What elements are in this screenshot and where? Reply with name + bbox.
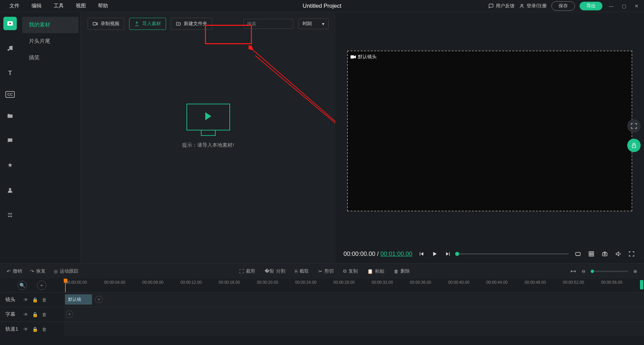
- sidebar-effects-icon[interactable]: [3, 159, 17, 172]
- new-folder-button[interactable]: 新建文件夹: [171, 18, 212, 30]
- copy-button[interactable]: ⧉复制: [343, 268, 358, 274]
- timeline: 🔍 ＋ 00:00:00.0000:00:04.0000:00:08.0000:…: [0, 279, 644, 336]
- svg-rect-6: [93, 22, 96, 25]
- sidebar-music-icon[interactable]: [3, 42, 17, 55]
- cut-button[interactable]: ✂剪切: [318, 268, 334, 274]
- svg-rect-10: [351, 55, 354, 58]
- next-frame-button[interactable]: [444, 250, 452, 258]
- minimize-icon[interactable]: —: [607, 3, 615, 9]
- duration-link[interactable]: 00:01:00.00: [380, 251, 412, 257]
- sidebar-transform-icon[interactable]: [3, 208, 17, 222]
- volume-button[interactable]: [614, 250, 623, 258]
- category-funny[interactable]: 搞笑: [20, 50, 80, 66]
- fullscreen-button[interactable]: [627, 250, 636, 258]
- lock-toggle[interactable]: 🔒: [32, 327, 38, 332]
- svg-rect-11: [632, 145, 636, 148]
- sidebar-text-icon[interactable]: T: [3, 66, 17, 80]
- login-button[interactable]: 登录/注册: [519, 3, 547, 9]
- visibility-toggle[interactable]: 👁: [23, 327, 28, 332]
- category-my-media[interactable]: 我的素材: [22, 17, 78, 33]
- zoom-in-button[interactable]: ⊕: [633, 269, 637, 274]
- empty-media-state: 提示：请导入本地素材!: [182, 104, 234, 148]
- close-icon[interactable]: ✕: [633, 3, 641, 9]
- ruler-tick: 00:00:36.00: [410, 280, 431, 285]
- maximize-icon[interactable]: ▢: [620, 3, 628, 9]
- add-subtitle-button[interactable]: ＋: [66, 310, 73, 318]
- redo-button[interactable]: ↷恢复: [30, 268, 46, 274]
- menu-tools[interactable]: 工具: [48, 1, 70, 11]
- media-panel: 录制视频 导入素材 新建文件夹 时间: [80, 12, 335, 263]
- playback-progress[interactable]: [457, 253, 569, 255]
- import-media-button[interactable]: 导入素材: [129, 18, 166, 30]
- svg-point-4: [11, 49, 13, 50]
- feedback-label: 用户反馈: [496, 3, 515, 9]
- search-input-wrapper[interactable]: [243, 19, 293, 29]
- crop-button[interactable]: ⛶裁剪: [239, 268, 255, 274]
- preview-canvas[interactable]: 默认镜头: [347, 51, 632, 211]
- lock-toggle[interactable]: 🔒: [32, 297, 38, 302]
- end-marker[interactable]: [640, 280, 643, 289]
- save-button[interactable]: 保存: [551, 1, 575, 11]
- redo-icon: ↷: [30, 269, 34, 274]
- svg-point-3: [8, 49, 9, 51]
- record-video-button[interactable]: 录制视频: [88, 18, 124, 30]
- undo-button[interactable]: ↶撤销: [7, 268, 22, 274]
- track-1-lane[interactable]: [64, 322, 644, 336]
- lock-toggle[interactable]: 🔒: [32, 312, 38, 317]
- extract-button[interactable]: ⎘截取: [295, 268, 309, 274]
- svg-point-0: [521, 4, 523, 6]
- grid-button[interactable]: [587, 250, 596, 258]
- track-delete[interactable]: 🗑: [42, 327, 47, 332]
- play-button[interactable]: [430, 250, 439, 258]
- track-delete[interactable]: 🗑: [42, 312, 47, 317]
- zoom-out-button[interactable]: ⊖: [582, 269, 586, 274]
- zoom-slider[interactable]: [591, 271, 628, 272]
- track-subtitle-label: 字幕: [0, 311, 23, 318]
- snapshot-button[interactable]: [600, 250, 609, 258]
- sidebar-comment-icon[interactable]: [3, 134, 17, 147]
- add-clip-button[interactable]: ＋: [95, 296, 103, 303]
- sidebar-media-icon[interactable]: [3, 17, 17, 30]
- ruler-tick: 00:00:16.00: [219, 280, 240, 285]
- timeline-search-button[interactable]: 🔍: [17, 281, 27, 290]
- ruler-tick: 00:00:04.00: [104, 280, 125, 285]
- delete-button[interactable]: 🗑删除: [394, 268, 410, 274]
- sort-label: 时间: [303, 21, 312, 27]
- sidebar-person-icon[interactable]: [3, 184, 17, 197]
- track-camera-lane[interactable]: 默认镜 ＋: [64, 292, 644, 307]
- copy-icon: ⧉: [343, 268, 346, 274]
- prev-frame-button[interactable]: [417, 250, 426, 258]
- crop-icon: ⛶: [239, 269, 244, 274]
- track-delete[interactable]: 🗑: [42, 297, 47, 302]
- ruler-tick: 00:00:12.00: [180, 280, 202, 285]
- motion-track-button[interactable]: ◎运动跟踪: [54, 268, 78, 274]
- search-input[interactable]: [247, 21, 306, 26]
- sidebar-folder-icon[interactable]: [3, 109, 17, 123]
- lock-button[interactable]: [627, 139, 641, 152]
- visibility-toggle[interactable]: 👁: [23, 312, 28, 317]
- fit-timeline-button[interactable]: [570, 269, 576, 274]
- menu-file[interactable]: 文件: [3, 1, 25, 11]
- feedback-button[interactable]: 用户反馈: [488, 3, 515, 9]
- track-subtitle-lane[interactable]: ＋: [64, 307, 644, 322]
- preview-camera-label: 默认镜头: [351, 54, 377, 60]
- sidebar-caption-icon[interactable]: CC: [5, 91, 15, 98]
- time-ruler[interactable]: 00:00:00.0000:00:04.0000:00:08.0000:00:1…: [64, 279, 644, 292]
- menu-edit[interactable]: 编辑: [25, 1, 48, 11]
- category-intro-outro[interactable]: 片头片尾: [20, 33, 80, 50]
- menu-help[interactable]: 帮助: [92, 1, 114, 11]
- track-1: 轨道1 👁 🔒 🗑: [0, 322, 644, 336]
- menu-view[interactable]: 视图: [70, 1, 92, 11]
- target-icon: ◎: [54, 269, 58, 274]
- visibility-toggle[interactable]: 👁: [23, 297, 28, 302]
- fit-screen-button[interactable]: [627, 119, 641, 133]
- paste-button[interactable]: 📋粘贴: [367, 268, 384, 274]
- clip-default-camera[interactable]: 默认镜: [65, 294, 92, 304]
- category-list: 我的素材 片头片尾 搞笑: [20, 12, 80, 263]
- timeline-add-button[interactable]: ＋: [37, 281, 46, 290]
- camera-icon: [93, 21, 98, 26]
- split-button[interactable]: �裂分割: [265, 268, 285, 274]
- export-button[interactable]: 导出: [580, 2, 602, 10]
- loop-button[interactable]: [574, 250, 582, 258]
- sort-dropdown[interactable]: 时间 ▾: [298, 18, 329, 29]
